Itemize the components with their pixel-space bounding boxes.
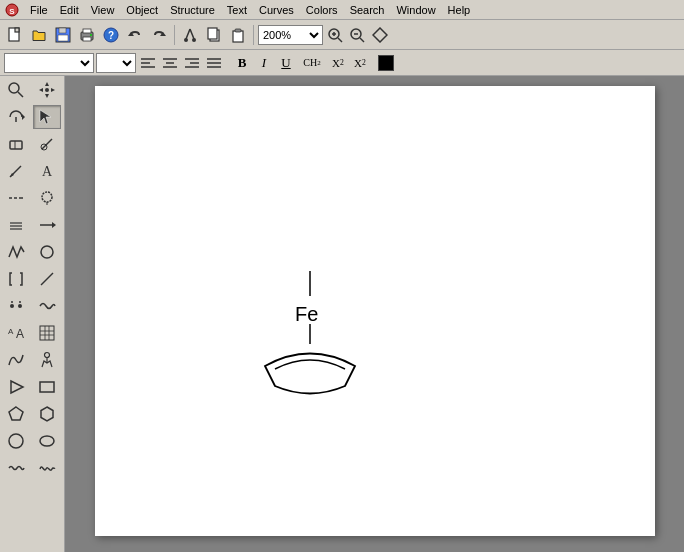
svg-rect-6 (58, 35, 68, 41)
menu-text[interactable]: Text (221, 2, 253, 18)
tool-play[interactable] (2, 375, 30, 399)
menubar: S File Edit View Object Structure Text C… (0, 0, 684, 20)
tool-pentagon[interactable] (2, 402, 30, 426)
tool-lasso[interactable] (33, 186, 61, 210)
svg-marker-87 (41, 407, 53, 421)
zoom-select[interactable]: 200% 50% 100% 150% 300% 400% (258, 25, 323, 45)
tool-unknown1[interactable] (33, 132, 61, 156)
color-swatch[interactable] (378, 55, 394, 71)
menu-help[interactable]: Help (442, 2, 477, 18)
svg-text:A: A (42, 164, 53, 179)
tool-line[interactable] (33, 267, 61, 291)
menu-curves[interactable]: Curves (253, 2, 300, 18)
svg-text:S: S (9, 7, 15, 16)
tool-erase[interactable] (2, 132, 30, 156)
paste-button[interactable] (227, 24, 249, 46)
font-size-select[interactable] (96, 53, 136, 73)
fe-label: Fe (295, 303, 318, 325)
menu-window[interactable]: Window (390, 2, 441, 18)
tool-curve[interactable] (2, 348, 30, 372)
ch2-button[interactable]: CH2 (298, 53, 326, 73)
svg-text:?: ? (108, 30, 114, 41)
tool-arrow[interactable] (33, 213, 61, 237)
menu-file[interactable]: File (24, 2, 54, 18)
svg-point-17 (184, 38, 188, 42)
canvas-area[interactable]: Fe (65, 76, 684, 552)
menu-search[interactable]: Search (344, 2, 391, 18)
svg-marker-45 (45, 82, 49, 86)
menu-colors[interactable]: Colors (300, 2, 344, 18)
svg-text:A: A (8, 327, 14, 336)
tool-select[interactable] (33, 105, 61, 129)
print-button[interactable] (76, 24, 98, 46)
tool-scale[interactable]: A A (2, 321, 30, 345)
tool-chain[interactable] (2, 240, 30, 264)
tool-circle2[interactable] (33, 429, 61, 453)
tool-dashed[interactable] (2, 186, 30, 210)
tool-hexagon[interactable] (33, 402, 61, 426)
svg-rect-5 (59, 28, 66, 33)
menu-object[interactable]: Object (120, 2, 164, 18)
underline-button[interactable]: U (276, 53, 296, 73)
tool-bond[interactable] (2, 213, 30, 237)
sep2 (253, 25, 254, 45)
svg-marker-84 (11, 381, 23, 393)
align-right-button[interactable] (182, 53, 202, 73)
svg-point-43 (9, 83, 19, 93)
bold-button[interactable]: B (232, 53, 252, 73)
menu-view[interactable]: View (85, 2, 121, 18)
cut-button[interactable] (179, 24, 201, 46)
diamond-button[interactable] (369, 24, 391, 46)
svg-marker-47 (39, 88, 43, 92)
tool-person[interactable] (33, 348, 61, 372)
italic-button[interactable]: I (254, 53, 274, 73)
align-left-button[interactable] (138, 53, 158, 73)
tool-squiggle2[interactable] (33, 456, 61, 480)
svg-rect-53 (10, 141, 22, 149)
tool-grid[interactable] (33, 321, 61, 345)
svg-rect-8 (83, 29, 91, 33)
svg-rect-9 (83, 37, 91, 41)
tool-ring[interactable] (33, 240, 61, 264)
tool-text[interactable]: A (33, 159, 61, 183)
svg-text:A: A (16, 327, 24, 341)
font-select[interactable] (4, 53, 94, 73)
tool-rotate[interactable] (2, 105, 30, 129)
save-button[interactable] (52, 24, 74, 46)
svg-rect-3 (15, 28, 19, 32)
tool-dot[interactable] (2, 294, 30, 318)
svg-point-49 (45, 88, 49, 92)
svg-marker-68 (52, 222, 56, 228)
svg-marker-30 (373, 28, 387, 42)
format-toolbar: B I U CH2 X2 X2 (0, 50, 684, 76)
tool-bracket[interactable] (2, 267, 30, 291)
open-button[interactable] (28, 24, 50, 46)
tool-rect[interactable] (33, 375, 61, 399)
menu-structure[interactable]: Structure (164, 2, 221, 18)
copy-button[interactable] (203, 24, 225, 46)
svg-marker-46 (45, 94, 49, 98)
svg-rect-22 (235, 29, 241, 32)
tool-zoom[interactable] (2, 78, 30, 102)
new-button[interactable] (4, 24, 26, 46)
molecule-svg: Fe (255, 266, 375, 406)
tool-circle[interactable] (2, 429, 30, 453)
zoom-out-button[interactable] (347, 25, 367, 45)
svg-point-71 (10, 304, 14, 308)
help-button[interactable]: ? (100, 24, 122, 46)
align-center-button[interactable] (160, 53, 180, 73)
tool-wavy[interactable] (33, 294, 61, 318)
menu-edit[interactable]: Edit (54, 2, 85, 18)
justify-button[interactable] (204, 53, 224, 73)
zoom-in-button[interactable] (325, 25, 345, 45)
sep1 (174, 25, 175, 45)
svg-line-26 (338, 38, 342, 42)
tool-pencil[interactable] (2, 159, 30, 183)
subscript-button[interactable]: X2 (328, 53, 348, 73)
svg-rect-85 (40, 382, 54, 392)
undo-button[interactable] (124, 24, 146, 46)
superscript-button[interactable]: X2 (350, 53, 370, 73)
tool-pan[interactable] (33, 78, 61, 102)
redo-button[interactable] (148, 24, 170, 46)
tool-squiggle[interactable] (2, 456, 30, 480)
